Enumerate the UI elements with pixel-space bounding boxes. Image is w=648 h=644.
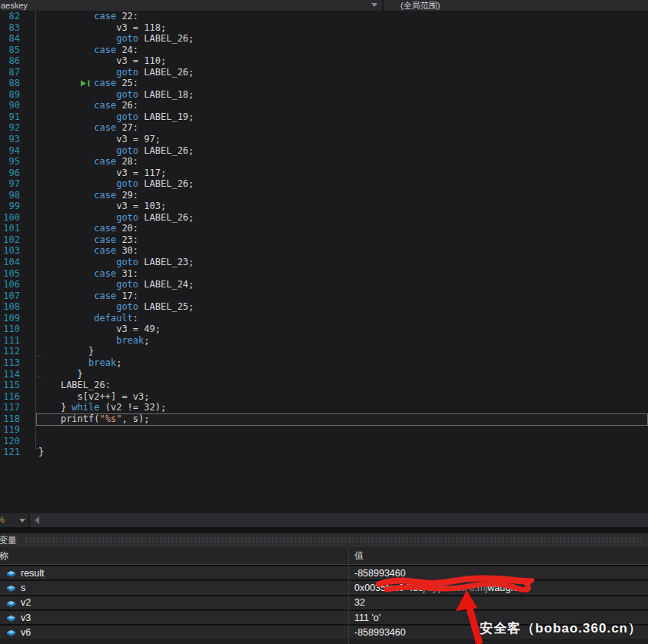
code-line[interactable]: 82 case 22:	[0, 11, 648, 22]
line-number[interactable]: 117	[0, 402, 20, 413]
line-number[interactable]: 83	[0, 22, 20, 34]
line-number[interactable]: 121	[0, 446, 20, 458]
code-line[interactable]: 101 case 20:	[0, 223, 648, 234]
code-line[interactable]: 109 default:	[0, 313, 648, 324]
line-number[interactable]: 102	[0, 234, 20, 246]
line-number[interactable]: 88	[0, 78, 20, 89]
column-header-name[interactable]: 名称	[0, 547, 348, 564]
code-editor[interactable]: 82 case 22:83 v3 = 118;84 goto LABEL_26;…	[0, 11, 648, 513]
code-line[interactable]: 117 } while (v2 != 32);	[0, 402, 648, 413]
code-line[interactable]: 88 case 25:	[0, 78, 648, 89]
line-number[interactable]: 114	[0, 369, 20, 380]
code-line[interactable]: 83 v3 = 118;	[0, 22, 648, 34]
code-line[interactable]: 99 v3 = 103;	[0, 201, 648, 212]
code-line[interactable]: 115 LABEL_26:	[0, 380, 648, 391]
line-number[interactable]: 91	[0, 111, 20, 123]
line-number[interactable]: 99	[0, 201, 20, 212]
code-line[interactable]: 87 goto LABEL_26;	[0, 67, 648, 78]
zoom-level-dropdown[interactable]: %	[0, 513, 30, 527]
code-line[interactable]: 110 v3 = 49;	[0, 324, 648, 335]
code-line[interactable]: 116 s[v2++] = v3;	[0, 391, 648, 403]
line-number[interactable]: 95	[0, 156, 20, 168]
code-text: goto LABEL_26;	[38, 178, 194, 190]
code-line[interactable]: 112 }	[0, 346, 648, 357]
column-divider[interactable]	[348, 547, 349, 644]
line-number[interactable]: 106	[0, 279, 20, 290]
line-number[interactable]: 101	[0, 223, 20, 234]
code-line[interactable]: 84 goto LABEL_26;	[0, 33, 648, 45]
line-number[interactable]: 113	[0, 357, 20, 369]
line-number[interactable]: 108	[0, 301, 20, 313]
code-line[interactable]: 91 goto LABEL_19;	[0, 111, 648, 123]
variable-row[interactable]: v232	[0, 595, 648, 609]
line-number[interactable]: 104	[0, 257, 20, 268]
code-text: default:	[38, 313, 138, 324]
line-number[interactable]: 120	[0, 436, 20, 447]
line-number[interactable]: 87	[0, 67, 20, 78]
line-number[interactable]: 93	[0, 134, 20, 145]
line-number[interactable]: 97	[0, 178, 20, 190]
code-line[interactable]: 106 goto LABEL_24;	[0, 279, 648, 290]
line-number[interactable]: 112	[0, 346, 20, 357]
line-number[interactable]: 100	[0, 212, 20, 224]
code-line[interactable]: 95 case 28:	[0, 156, 648, 168]
line-number[interactable]: 85	[0, 45, 20, 56]
code-line[interactable]: 97 goto LABEL_26;	[0, 178, 648, 190]
line-number[interactable]: 110	[0, 324, 20, 335]
code-line[interactable]: 98 case 29:	[0, 190, 648, 201]
hscroll-track[interactable]	[44, 513, 648, 527]
line-number[interactable]: 116	[0, 391, 20, 403]
line-number[interactable]: 118	[0, 413, 20, 425]
hscroll-left-button[interactable]	[30, 513, 44, 527]
code-line[interactable]: 93 v3 = 97;	[0, 134, 648, 145]
line-number[interactable]: 94	[0, 145, 20, 157]
code-line[interactable]: 108 goto LABEL_25;	[0, 301, 648, 313]
variable-row[interactable]: result-858993460	[0, 565, 648, 579]
code-line[interactable]: 86 v3 = 110;	[0, 55, 648, 67]
code-line[interactable]: 120	[0, 436, 648, 447]
code-line[interactable]: 103 case 30:	[0, 245, 648, 257]
code-line[interactable]: 85 case 24:	[0, 45, 648, 56]
code-text: case 23:	[38, 234, 138, 246]
scope-dropdown[interactable]: (全局范围)	[384, 0, 648, 11]
code-line[interactable]: 121}	[0, 446, 648, 458]
code-line[interactable]: 113 break;	[0, 357, 648, 369]
code-line[interactable]: 89 goto LABEL_18;	[0, 89, 648, 101]
member-dropdown[interactable]: aeskey	[0, 0, 384, 11]
line-number[interactable]: 119	[0, 424, 20, 436]
column-header-value[interactable]: 值	[354, 547, 364, 564]
line-number[interactable]: 103	[0, 245, 20, 257]
field-icon	[6, 614, 16, 622]
variable-value: 111 'o'	[354, 612, 380, 623]
code-text: printf("%s", s);	[38, 413, 150, 425]
line-number[interactable]: 115	[0, 380, 20, 391]
code-line[interactable]: 102 case 23:	[0, 234, 648, 246]
code-line[interactable]: 92 case 27:	[0, 122, 648, 134]
line-number[interactable]: 109	[0, 313, 20, 324]
line-number[interactable]: 92	[0, 122, 20, 134]
line-number[interactable]: 89	[0, 89, 20, 101]
variable-row[interactable]: s0x0035fec0 "fdsj ..j.pe.so.. e.mjwaugfo…	[0, 579, 648, 594]
code-line[interactable]: 107 case 17:	[0, 290, 648, 302]
code-line[interactable]: 90 case 26:	[0, 100, 648, 111]
line-number[interactable]: 84	[0, 33, 20, 45]
code-line[interactable]: 104 goto LABEL_23;	[0, 257, 648, 268]
line-number[interactable]: 90	[0, 100, 20, 111]
locals-panel-header[interactable]: 局部变量	[0, 533, 648, 547]
code-line[interactable]: 100 goto LABEL_26;	[0, 212, 648, 224]
line-number[interactable]: 86	[0, 55, 20, 67]
line-number[interactable]: 111	[0, 335, 20, 347]
code-line[interactable]: 94 goto LABEL_26;	[0, 145, 648, 157]
code-line[interactable]: 96 v3 = 117;	[0, 168, 648, 179]
line-number[interactable]: 107	[0, 290, 20, 302]
line-number[interactable]: 96	[0, 168, 20, 179]
code-line[interactable]: 105 case 31:	[0, 268, 648, 280]
line-number[interactable]: 105	[0, 268, 20, 280]
code-line[interactable]: 118 printf("%s", s);	[0, 413, 648, 425]
code-line[interactable]: 111 break;	[0, 335, 648, 347]
code-line[interactable]: 114 }	[0, 369, 648, 380]
code-line[interactable]: 119	[0, 424, 648, 436]
line-number[interactable]: 98	[0, 190, 20, 201]
code-text: LABEL_26:	[38, 380, 111, 391]
line-number[interactable]: 82	[0, 11, 20, 22]
